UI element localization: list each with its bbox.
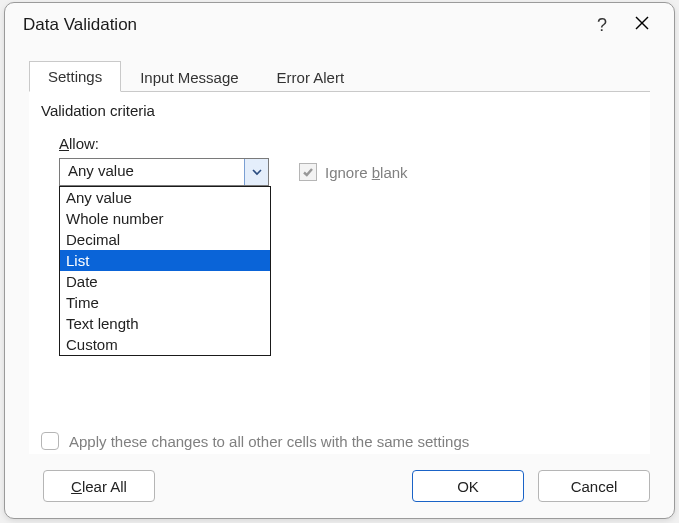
- cancel-button[interactable]: Cancel: [538, 470, 650, 502]
- apply-all-checkbox: [41, 432, 59, 450]
- allow-option[interactable]: List: [60, 250, 270, 271]
- allow-combobox[interactable]: Any value Any valueWhole numberDecimalLi…: [59, 158, 269, 186]
- help-icon: ?: [597, 15, 607, 35]
- dialog-title: Data Validation: [23, 15, 582, 35]
- allow-option[interactable]: Whole number: [60, 208, 270, 229]
- tabstrip: Settings Input Message Error Alert: [5, 59, 674, 91]
- tab-input-message[interactable]: Input Message: [121, 62, 257, 92]
- allow-row: Allow: Any value Any valueWhole numberDe…: [41, 135, 638, 186]
- close-icon: [635, 16, 649, 30]
- ignore-blank-label: Ignore blank: [325, 164, 408, 181]
- tab-error-alert[interactable]: Error Alert: [258, 62, 364, 92]
- tab-panel-settings: Validation criteria Allow: Any value Any…: [29, 91, 650, 454]
- close-button[interactable]: [622, 16, 662, 34]
- allow-option[interactable]: Decimal: [60, 229, 270, 250]
- help-button[interactable]: ?: [582, 15, 622, 36]
- ignore-blank-checkbox: [299, 163, 317, 181]
- titlebar: Data Validation ?: [5, 3, 674, 45]
- allow-option[interactable]: Time: [60, 292, 270, 313]
- allow-dropdown-button[interactable]: [244, 159, 268, 185]
- data-validation-dialog: Data Validation ? Settings Input Message…: [4, 2, 675, 519]
- clear-all-button[interactable]: Clear All: [43, 470, 155, 502]
- validation-criteria-label: Validation criteria: [41, 102, 638, 119]
- allow-dropdown-list[interactable]: Any valueWhole numberDecimalListDateTime…: [59, 186, 271, 356]
- allow-label: Allow:: [59, 135, 269, 152]
- allow-option[interactable]: Text length: [60, 313, 270, 334]
- allow-option[interactable]: Date: [60, 271, 270, 292]
- ok-button[interactable]: OK: [412, 470, 524, 502]
- tab-settings[interactable]: Settings: [29, 61, 121, 92]
- allow-column: Allow: Any value Any valueWhole numberDe…: [59, 135, 269, 186]
- ignore-blank-row: Ignore blank: [299, 163, 408, 181]
- allow-option[interactable]: Custom: [60, 334, 270, 355]
- allow-option[interactable]: Any value: [60, 187, 270, 208]
- chevron-down-icon: [252, 167, 262, 177]
- apply-all-row: Apply these changes to all other cells w…: [41, 432, 469, 450]
- allow-value: Any value: [60, 159, 244, 185]
- apply-all-label: Apply these changes to all other cells w…: [69, 433, 469, 450]
- dialog-footer: Clear All OK Cancel: [5, 454, 674, 518]
- check-icon: [302, 166, 314, 178]
